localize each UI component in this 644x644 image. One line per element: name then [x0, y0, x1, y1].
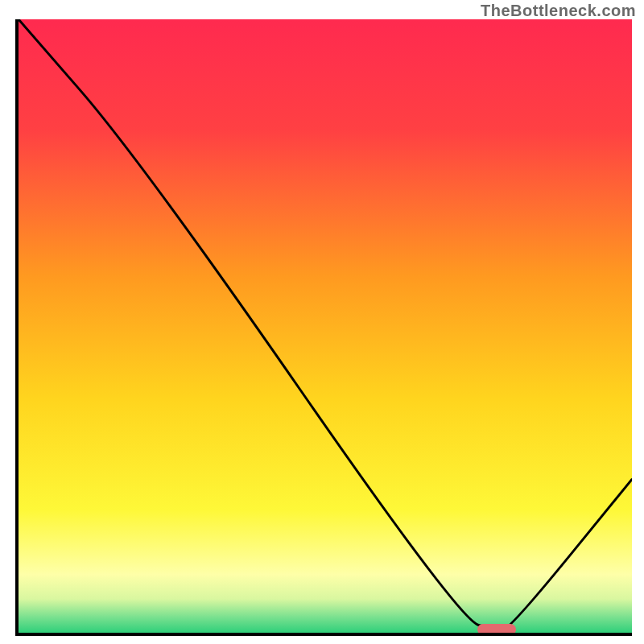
chart-axes [15, 19, 632, 636]
optimal-marker [477, 624, 516, 633]
watermark-text: TheBottleneck.com [481, 2, 636, 20]
plot-region [19, 19, 632, 633]
bottleneck-curve [19, 19, 632, 633]
